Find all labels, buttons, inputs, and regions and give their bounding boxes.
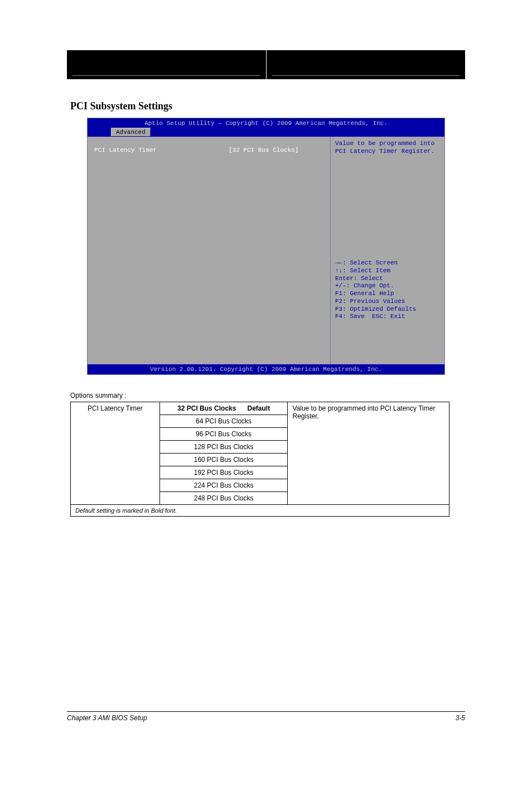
options-value: 64 PCI Bus Clocks bbox=[159, 415, 288, 428]
options-caption: Options summary : bbox=[70, 392, 465, 399]
options-default-tag: Default bbox=[247, 404, 270, 412]
bios-setting-label: PCI Latency Timer bbox=[94, 147, 229, 153]
options-value-default: 32 PCI Bus Clocks bbox=[177, 404, 236, 412]
doc-header bbox=[67, 50, 465, 79]
bios-help-line: Value to be programmed into bbox=[335, 140, 440, 148]
page-footer: Chapter 3 AMI BIOS Setup 3-5 bbox=[67, 711, 465, 722]
table-row: PCI Latency Timer 32 PCI Bus Clocks Defa… bbox=[71, 402, 449, 415]
doc-header-left bbox=[67, 50, 267, 79]
bios-hotkeys: →←: Select Screen ↑↓: Select Item Enter:… bbox=[335, 259, 440, 321]
bios-hotkey: F3: Optimized Defaults bbox=[335, 306, 440, 314]
bios-setting-value: [32 PCI Bus Clocks] bbox=[229, 147, 323, 153]
bios-tab-advanced[interactable]: Advanced bbox=[111, 128, 151, 136]
bios-titlebar: Aptio Setup Utility – Copyright (C) 2009… bbox=[88, 118, 444, 127]
bios-settings-pane: PCI Latency Timer [32 PCI Bus Clocks] bbox=[88, 137, 331, 364]
options-value: 248 PCI Bus Clocks bbox=[159, 492, 288, 505]
bios-hotkey: Enter: Select bbox=[335, 275, 440, 283]
section-title: PCI Subsystem Settings bbox=[70, 100, 465, 112]
bios-hotkey: →←: Select Screen bbox=[335, 259, 440, 267]
options-table: PCI Latency Timer 32 PCI Bus Clocks Defa… bbox=[70, 402, 449, 517]
bios-hotkey: F2: Previous Values bbox=[335, 298, 440, 306]
table-row: Default setting is marked in Bold font. bbox=[71, 505, 449, 517]
bios-help-line: PCI Latency Timer Register. bbox=[335, 148, 440, 156]
options-default-note: Default setting is marked in Bold font. bbox=[71, 505, 449, 517]
bios-screenshot: Aptio Setup Utility – Copyright (C) 2009… bbox=[87, 118, 445, 375]
options-item: PCI Latency Timer bbox=[71, 402, 160, 505]
bios-hotkey: F1: General Help bbox=[335, 290, 440, 298]
bios-hotkey: F4: Save ESC: Exit bbox=[335, 313, 440, 321]
bios-footer: Version 2.00.1201. Copyright (C) 2009 Am… bbox=[88, 364, 444, 374]
bios-help-pane: Value to be programmed into PCI Latency … bbox=[331, 137, 444, 364]
bios-setting-row[interactable]: PCI Latency Timer [32 PCI Bus Clocks] bbox=[94, 147, 323, 153]
bios-hotkey: +/-: Change Opt. bbox=[335, 282, 440, 290]
bios-tabbar: Advanced bbox=[88, 127, 444, 137]
page-footer-number: 3-5 bbox=[456, 714, 465, 722]
options-value: 160 PCI Bus Clocks bbox=[159, 454, 288, 466]
options-value: 192 PCI Bus Clocks bbox=[159, 466, 288, 479]
bios-hotkey: ↑↓: Select Item bbox=[335, 267, 440, 275]
page-footer-chapter: Chapter 3 AMI BIOS Setup bbox=[67, 714, 147, 722]
doc-header-right bbox=[267, 50, 466, 79]
options-description: Value to be programmed into PCI Latency … bbox=[288, 402, 449, 505]
options-value: 224 PCI Bus Clocks bbox=[159, 479, 288, 492]
options-value: 128 PCI Bus Clocks bbox=[159, 441, 288, 454]
options-value: 96 PCI Bus Clocks bbox=[159, 428, 288, 441]
